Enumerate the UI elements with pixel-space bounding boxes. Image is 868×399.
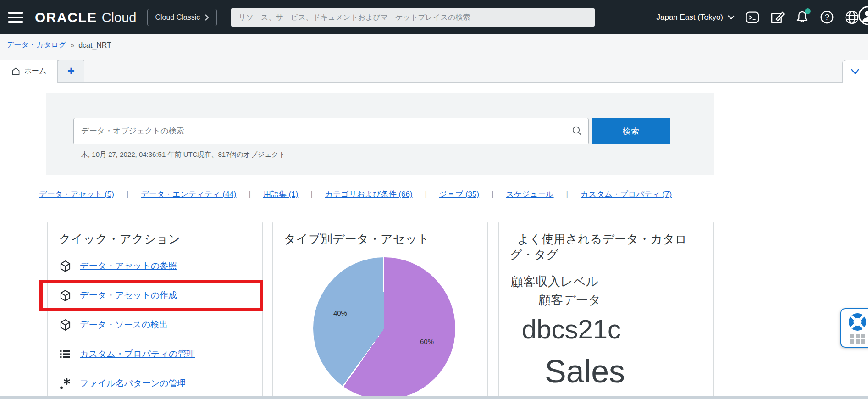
data-assets-by-type-card: タイプ別データ・アセット 40% 60%	[272, 222, 488, 399]
home-icon	[11, 67, 20, 76]
object-count-status: 木, 10月 27, 2022, 04:36:51 午前 UTC現在、817個の…	[81, 150, 286, 159]
popular-tags-card: よく使用されるデータ・カタログ・タグ 顧客収入レベル 顧客データ dbcs21c…	[498, 222, 714, 399]
tag-sales[interactable]: Sales	[545, 355, 625, 388]
notification-dot	[805, 8, 811, 14]
data-object-search-input[interactable]	[73, 118, 589, 144]
browse-data-assets-link[interactable]: データ・アセットの参照	[80, 260, 177, 272]
data-object-search-panel: 検索 木, 10月 27, 2022, 04:36:51 午前 UTC現在、81…	[46, 93, 714, 175]
pie-chart[interactable]: 40% 60%	[313, 257, 455, 399]
user-avatar[interactable]	[858, 6, 868, 25]
pie-slice-label-blue: 40%	[333, 309, 347, 316]
custom-property-list-icon	[59, 348, 72, 360]
link-custom-properties[interactable]: カスタム・プロパティ (7)	[581, 189, 672, 200]
drag-grid-icon	[850, 334, 865, 344]
link-separator: |	[127, 190, 128, 199]
data-asset-cube-icon	[59, 260, 72, 272]
tag-cloud-title: よく使用されるデータ・カタログ・タグ	[510, 231, 702, 263]
link-schedules[interactable]: スケジュール	[506, 189, 554, 200]
summary-links-row: データ・アセット (5) | データ・エンティティ (44) | 用語集 (1)…	[39, 189, 684, 200]
oracle-cloud-console: ORACLE Cloud Cloud Classic Japan East (T…	[0, 0, 868, 399]
link-glossary[interactable]: 用語集 (1)	[263, 189, 299, 200]
data-asset-cube-icon	[59, 289, 72, 302]
pie-slice-label-purple: 60%	[420, 337, 434, 345]
quick-action-discover-data-sources: データ・ソースの検出	[48, 310, 262, 339]
help-question-icon[interactable]: ?	[819, 10, 835, 25]
hamburger-menu-icon[interactable]	[8, 12, 23, 23]
oracle-cloud-logo: ORACLE Cloud	[35, 10, 136, 25]
tag-customer-income-level[interactable]: 顧客収入レベル	[511, 276, 598, 288]
breadcrumb-data-catalog-link[interactable]: データ・カタログ	[6, 40, 66, 50]
quick-action-manage-filename-patterns: ファイル名パターンの管理	[48, 369, 262, 398]
search-button[interactable]: 検索	[592, 118, 670, 144]
tag-dbcs21c[interactable]: dbcs21c	[522, 316, 621, 343]
tab-overflow-chevron-button[interactable]	[842, 60, 868, 83]
quick-actions-title: クイック・アクション	[59, 231, 251, 247]
link-separator: |	[310, 190, 312, 199]
quick-action-manage-custom-properties: カスタム・プロパティの管理	[48, 339, 262, 369]
breadcrumb: データ・カタログ » dcat_NRT	[6, 40, 111, 50]
bottom-scrollbar-strip[interactable]	[0, 396, 868, 399]
link-separator: |	[249, 190, 250, 199]
pie-chart-title: タイプ別データ・アセット	[284, 231, 476, 247]
global-search-input[interactable]	[231, 8, 595, 27]
chevron-right-icon	[205, 14, 209, 21]
data-object-search-wrap	[73, 118, 589, 144]
search-icon	[572, 126, 583, 137]
breadcrumb-tab-bar: データ・カタログ » dcat_NRT ホーム +	[0, 34, 868, 83]
life-ring-icon	[847, 311, 868, 332]
header-right-controls: Japan East (Tokyo)	[656, 10, 860, 25]
discover-data-sources-link[interactable]: データ・ソースの検出	[80, 319, 168, 331]
quick-action-create-data-asset: データ・アセットの作成	[48, 281, 262, 310]
tab-home[interactable]: ホーム	[0, 60, 58, 83]
manage-custom-properties-link[interactable]: カスタム・プロパティの管理	[80, 348, 195, 360]
cloud-shell-icon[interactable]	[745, 10, 760, 25]
logo-oracle-text: ORACLE	[35, 10, 97, 25]
data-asset-cube-icon	[59, 319, 72, 331]
region-label: Japan East (Tokyo)	[656, 13, 723, 22]
link-separator: |	[492, 190, 493, 199]
language-globe-icon[interactable]	[844, 10, 860, 25]
link-categories[interactable]: カテゴリおよび条件 (66)	[325, 189, 413, 200]
tab-home-label: ホーム	[24, 66, 47, 76]
create-data-asset-link[interactable]: データ・アセットの作成	[80, 289, 177, 301]
tab-add-button[interactable]: +	[58, 60, 84, 82]
link-jobs[interactable]: ジョブ (35)	[439, 189, 479, 200]
link-separator: |	[425, 190, 427, 199]
quick-action-browse-data-assets: データ・アセットの参照	[48, 251, 262, 281]
breadcrumb-current: dcat_NRT	[78, 41, 111, 50]
breadcrumb-separator: »	[70, 41, 74, 50]
filename-pattern-regex-icon	[59, 377, 72, 390]
support-help-widget[interactable]	[840, 308, 868, 348]
cloud-classic-label: Cloud Classic	[155, 13, 200, 22]
tab-add-label: +	[67, 64, 75, 78]
region-selector[interactable]: Japan East (Tokyo)	[656, 13, 735, 22]
quick-actions-list: データ・アセットの参照 データ・アセットの作成	[48, 251, 262, 398]
cloud-classic-button[interactable]: Cloud Classic	[147, 9, 217, 26]
link-data-assets[interactable]: データ・アセット (5)	[39, 189, 114, 200]
edit-announcement-icon[interactable]	[770, 10, 785, 25]
chevron-down-icon	[727, 15, 735, 20]
manage-filename-patterns-link[interactable]: ファイル名パターンの管理	[80, 377, 186, 389]
quick-actions-card: クイック・アクション データ・アセットの参照	[47, 222, 263, 399]
tag-customer-data[interactable]: 顧客データ	[538, 294, 601, 306]
chevron-down-icon	[850, 68, 860, 75]
logo-cloud-text: Cloud	[102, 10, 137, 25]
link-separator: |	[566, 190, 568, 199]
notifications-bell-icon[interactable]	[795, 10, 810, 25]
top-header: ORACLE Cloud Cloud Classic Japan East (T…	[0, 0, 868, 34]
svg-text:?: ?	[825, 13, 829, 21]
link-data-entities[interactable]: データ・エンティティ (44)	[141, 189, 236, 200]
